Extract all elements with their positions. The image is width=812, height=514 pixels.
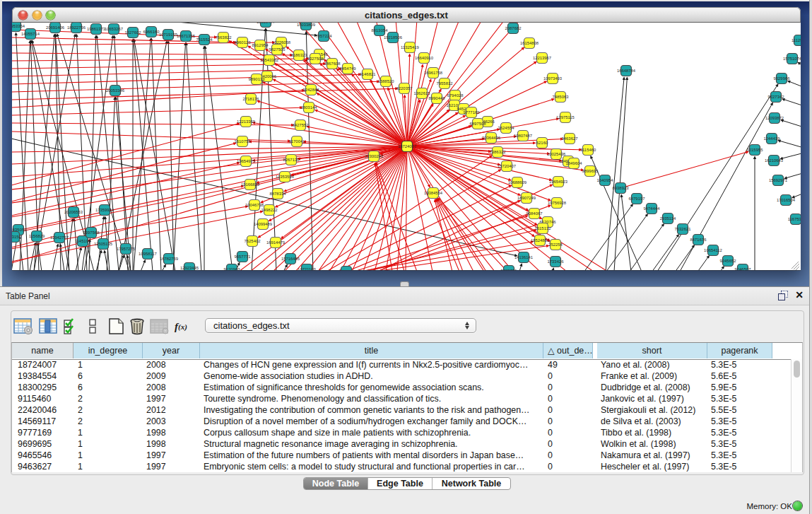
svg-text:8427552: 8427552 <box>293 123 309 127</box>
svg-text:16961758: 16961758 <box>424 71 443 75</box>
svg-text:8960123: 8960123 <box>235 40 252 45</box>
svg-text:12975115: 12975115 <box>556 115 575 119</box>
svg-text:8938923: 8938923 <box>613 186 630 190</box>
svg-text:19861373: 19861373 <box>87 27 106 31</box>
svg-text:10719155: 10719155 <box>159 33 178 37</box>
svg-text:14136141: 14136141 <box>514 255 533 259</box>
svg-text:1244419: 1244419 <box>764 136 780 141</box>
svg-text:9227342: 9227342 <box>768 95 784 99</box>
svg-text:20053346: 20053346 <box>106 88 125 93</box>
svg-text:10654112: 10654112 <box>704 248 722 252</box>
svg-text:20364436: 20364436 <box>482 136 501 140</box>
svg-text:11353594: 11353594 <box>276 175 294 179</box>
svg-text:9474444: 9474444 <box>644 206 661 211</box>
svg-text:16154808: 16154808 <box>520 41 539 45</box>
svg-text:1733426: 1733426 <box>548 259 565 264</box>
svg-text:6479197: 6479197 <box>629 197 645 201</box>
svg-text:15692971: 15692971 <box>769 178 787 182</box>
svg-text:16640910: 16640910 <box>415 56 434 60</box>
svg-text:19218506: 19218506 <box>384 35 403 40</box>
svg-text:7663822: 7663822 <box>216 35 232 40</box>
svg-text:1156829: 1156829 <box>29 234 45 238</box>
svg-text:19166829: 19166829 <box>241 182 259 187</box>
svg-text:10025438: 10025438 <box>547 152 566 156</box>
svg-text:2867608: 2867608 <box>324 62 341 66</box>
svg-text:10958117: 10958117 <box>139 252 157 256</box>
svg-text:8230395: 8230395 <box>339 269 355 270</box>
svg-text:11325419: 11325419 <box>401 45 419 49</box>
svg-text:23300293: 23300293 <box>365 154 384 158</box>
svg-text:1167533: 1167533 <box>788 217 801 221</box>
svg-text:2087682: 2087682 <box>505 26 522 30</box>
svg-text:14055714: 14055714 <box>21 32 40 36</box>
svg-text:10653267: 10653267 <box>105 27 123 31</box>
svg-text:19654975: 19654975 <box>237 159 256 163</box>
svg-text:18922756: 18922756 <box>67 25 86 30</box>
svg-text:8471676: 8471676 <box>690 238 707 242</box>
svg-text:1112908: 1112908 <box>792 38 801 42</box>
svg-text:9245652: 9245652 <box>720 259 736 263</box>
svg-text:16671355: 16671355 <box>177 34 196 38</box>
svg-text:9120963: 9120963 <box>224 267 241 270</box>
svg-text:8220357: 8220357 <box>396 86 413 90</box>
svg-text:16543362: 16543362 <box>260 58 278 62</box>
svg-text:8912954: 8912954 <box>252 43 269 47</box>
svg-text:9899695: 9899695 <box>582 169 599 173</box>
svg-text:9657771: 9657771 <box>235 255 251 259</box>
svg-text:8454749: 8454749 <box>340 66 356 71</box>
svg-text:7625402: 7625402 <box>245 239 261 243</box>
svg-text:(x): (x) <box>178 322 187 332</box>
svg-text:10973493: 10973493 <box>543 76 563 81</box>
svg-text:7955812: 7955812 <box>437 81 453 86</box>
svg-text:12923445: 12923445 <box>180 266 199 270</box>
svg-text:7857224: 7857224 <box>316 34 333 38</box>
svg-text:19756928: 19756928 <box>548 201 567 205</box>
svg-text:2718176: 2718176 <box>243 97 260 101</box>
svg-text:16033809: 16033809 <box>297 23 315 27</box>
svg-text:18907249: 18907249 <box>517 196 536 200</box>
svg-text:6966160: 6966160 <box>143 30 160 34</box>
svg-text:7632621: 7632621 <box>675 227 691 231</box>
svg-text:9397568: 9397568 <box>83 230 100 235</box>
svg-text:1362615: 1362615 <box>414 91 431 95</box>
svg-text:9242848: 9242848 <box>303 88 320 92</box>
svg-text:16210643: 16210643 <box>765 158 784 163</box>
svg-text:9246507: 9246507 <box>735 267 751 270</box>
svg-text:6897508: 6897508 <box>470 122 487 126</box>
svg-text:12213369: 12213369 <box>237 119 255 124</box>
svg-text:16914479: 16914479 <box>266 240 285 245</box>
svg-text:9777169: 9777169 <box>464 110 480 115</box>
svg-text:15716485: 15716485 <box>281 257 300 261</box>
svg-text:1588520: 1588520 <box>378 79 395 83</box>
svg-text:12505135: 12505135 <box>94 242 113 246</box>
svg-text:1849604: 1849604 <box>566 161 583 165</box>
svg-text:1498222: 1498222 <box>261 208 278 212</box>
svg-text:20691406: 20691406 <box>46 25 65 30</box>
svg-text:9146821: 9146821 <box>360 72 376 76</box>
svg-text:252254: 252254 <box>548 243 563 247</box>
svg-text:10807487: 10807487 <box>514 134 532 138</box>
svg-text:993154: 993154 <box>12 235 22 239</box>
svg-text:8186323: 8186323 <box>291 53 308 57</box>
svg-text:18524861: 18524861 <box>531 238 549 243</box>
svg-text:12213967: 12213967 <box>533 56 551 60</box>
svg-text:9170041: 9170041 <box>289 139 305 144</box>
svg-text:8990448: 8990448 <box>429 96 446 100</box>
svg-text:16953354: 16953354 <box>12 24 25 28</box>
svg-text:7485063: 7485063 <box>553 95 570 99</box>
svg-text:9890133: 9890133 <box>249 77 266 81</box>
svg-text:1615132: 1615132 <box>535 226 551 230</box>
svg-text:7386322: 7386322 <box>490 150 506 154</box>
svg-text:20206553: 20206553 <box>64 210 83 214</box>
svg-text:9827505: 9827505 <box>269 47 286 52</box>
svg-text:62160: 62160 <box>536 141 548 145</box>
svg-text:8813054: 8813054 <box>372 28 389 33</box>
svg-text:7515524: 7515524 <box>196 37 213 42</box>
svg-text:10688609: 10688609 <box>508 180 526 185</box>
svg-text:12942757: 12942757 <box>50 235 69 240</box>
svg-text:19384554: 19384554 <box>424 191 443 195</box>
svg-text:15751074: 15751074 <box>783 57 801 61</box>
svg-text:1610755: 1610755 <box>235 139 252 144</box>
svg-text:9329966: 9329966 <box>774 76 791 81</box>
svg-text:18309477: 18309477 <box>257 23 275 24</box>
